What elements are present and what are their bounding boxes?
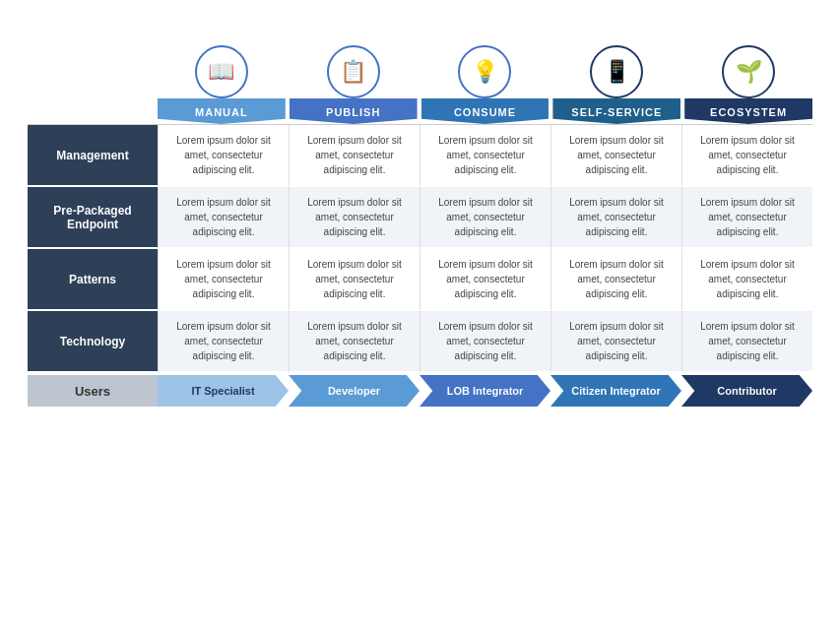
row-label-0: Management	[28, 125, 158, 187]
col-label-publish: PUBLISH	[290, 98, 418, 124]
consume-icon: 💡	[458, 45, 511, 98]
cell-r3-c1: Lorem ipsum dolor sitamet, consecteturad…	[289, 311, 420, 373]
row-label-2: Patterns	[28, 249, 158, 311]
user-arrow-1: Developer	[289, 375, 420, 407]
users-section: Users IT SpecialistDeveloperLOB Integrat…	[28, 375, 812, 407]
col-header-publish: 📋PUBLISH	[290, 45, 418, 124]
cell-r0-c3: Lorem ipsum dolor sitamet, consecteturad…	[550, 125, 681, 187]
col-header-self-service: 📱SELF-SERVICE	[552, 45, 680, 124]
cell-r2-c2: Lorem ipsum dolor sitamet, consecteturad…	[420, 249, 550, 311]
col-header-ecosystem: 🌱ECOSYSTEM	[684, 45, 812, 124]
col-label-consume: CONSUME	[421, 98, 549, 124]
cell-r1-c0: Lorem ipsum dolor sitamet, consecteturad…	[158, 187, 289, 249]
cell-r2-c1: Lorem ipsum dolor sitamet, consecteturad…	[289, 249, 420, 311]
cell-r1-c2: Lorem ipsum dolor sitamet, consecteturad…	[420, 187, 550, 249]
manual-icon: 📖	[195, 45, 248, 98]
cell-r1-c1: Lorem ipsum dolor sitamet, consecteturad…	[289, 187, 420, 249]
cell-r3-c0: Lorem ipsum dolor sitamet, consecteturad…	[158, 311, 289, 373]
user-arrow-0: IT Specialist	[158, 375, 289, 407]
cell-r3-c3: Lorem ipsum dolor sitamet, consecteturad…	[550, 311, 681, 373]
cell-r3-c4: Lorem ipsum dolor sitamet, consecteturad…	[681, 311, 812, 373]
ecosystem-icon: 🌱	[722, 45, 775, 98]
cell-r0-c4: Lorem ipsum dolor sitamet, consecteturad…	[681, 125, 812, 187]
col-label-manual: MANUAL	[158, 98, 286, 124]
cell-r2-c4: Lorem ipsum dolor sitamet, consecteturad…	[681, 249, 812, 311]
cell-r2-c0: Lorem ipsum dolor sitamet, consecteturad…	[158, 249, 289, 311]
user-arrow-4: Contributor	[681, 375, 812, 407]
user-arrow-2: LOB Integrator	[420, 375, 550, 407]
integration-maturity-model: 📖MANUAL📋PUBLISH💡CONSUME📱SELF-SERVICE🌱ECO…	[28, 45, 812, 407]
cell-r0-c2: Lorem ipsum dolor sitamet, consecteturad…	[420, 125, 550, 187]
col-label-self-service: SELF-SERVICE	[552, 98, 680, 124]
col-header-consume: 💡CONSUME	[421, 45, 549, 124]
user-arrow-3: Citizen Integrator	[550, 375, 681, 407]
col-header-manual: 📖MANUAL	[158, 45, 286, 124]
users-row-label: Users	[28, 375, 158, 407]
column-headers: 📖MANUAL📋PUBLISH💡CONSUME📱SELF-SERVICE🌱ECO…	[158, 45, 812, 124]
col-label-ecosystem: ECOSYSTEM	[684, 98, 812, 124]
self-service-icon: 📱	[590, 45, 643, 98]
cell-r0-c1: Lorem ipsum dolor sitamet, consecteturad…	[289, 125, 420, 187]
cell-r0-c0: Lorem ipsum dolor sitamet, consecteturad…	[158, 125, 289, 187]
row-label-3: Technology	[28, 311, 158, 373]
cell-r1-c4: Lorem ipsum dolor sitamet, consecteturad…	[681, 187, 812, 249]
cell-r3-c2: Lorem ipsum dolor sitamet, consecteturad…	[420, 311, 550, 373]
publish-icon: 📋	[327, 45, 380, 98]
row-label-1: Pre-Packaged Endpoint	[28, 187, 158, 249]
cell-r2-c3: Lorem ipsum dolor sitamet, consecteturad…	[550, 249, 681, 311]
cell-r1-c3: Lorem ipsum dolor sitamet, consecteturad…	[550, 187, 681, 249]
